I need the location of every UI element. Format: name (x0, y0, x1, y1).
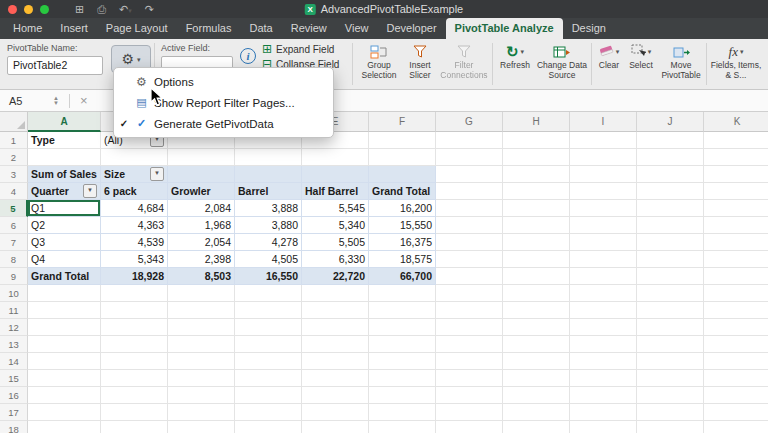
cell-B2[interactable] (101, 149, 168, 166)
cell-D2[interactable] (235, 149, 302, 166)
cell-H15[interactable] (503, 370, 570, 387)
cell-C10[interactable] (168, 285, 235, 302)
field-settings-info-icon[interactable]: i (240, 48, 256, 64)
cell-K13[interactable] (704, 336, 768, 353)
cell-I10[interactable] (570, 285, 637, 302)
cell-J2[interactable] (637, 149, 704, 166)
cell-K18[interactable] (704, 421, 768, 433)
cell-J11[interactable] (637, 302, 704, 319)
cell-H9[interactable] (503, 268, 570, 285)
cell-E17[interactable] (302, 404, 369, 421)
cell-E9[interactable]: 22,720 (302, 268, 369, 285)
cell-I11[interactable] (570, 302, 637, 319)
cell-H2[interactable] (503, 149, 570, 166)
cell-E12[interactable] (302, 319, 369, 336)
cell-K15[interactable] (704, 370, 768, 387)
cell-H12[interactable] (503, 319, 570, 336)
cell-K17[interactable] (704, 404, 768, 421)
column-header-J[interactable]: J (637, 112, 704, 132)
cell-C6[interactable]: 1,968 (168, 217, 235, 234)
cell-F9[interactable]: 66,700 (369, 268, 436, 285)
row-header-9[interactable]: 9 (0, 268, 28, 285)
cell-I5[interactable] (570, 200, 637, 217)
cell-C17[interactable] (168, 404, 235, 421)
cell-K6[interactable] (704, 217, 768, 234)
name-box[interactable]: A5 (0, 95, 49, 107)
cell-K10[interactable] (704, 285, 768, 302)
cell-G6[interactable] (436, 217, 503, 234)
row-header-5[interactable]: 5 (0, 200, 28, 217)
cell-B12[interactable] (101, 319, 168, 336)
row-header-8[interactable]: 8 (0, 251, 28, 268)
cell-G12[interactable] (436, 319, 503, 336)
cell-E5[interactable]: 5,545 (302, 200, 369, 217)
row-header-18[interactable]: 18 (0, 421, 28, 433)
cell-K5[interactable] (704, 200, 768, 217)
cell-C3[interactable] (168, 166, 235, 183)
cell-K12[interactable] (704, 319, 768, 336)
cell-E14[interactable] (302, 353, 369, 370)
cell-D8[interactable]: 4,505 (235, 251, 302, 268)
row-header-15[interactable]: 15 (0, 370, 28, 387)
cell-D18[interactable] (235, 421, 302, 433)
cell-K11[interactable] (704, 302, 768, 319)
cell-J18[interactable] (637, 421, 704, 433)
cell-A14[interactable] (28, 353, 101, 370)
cell-C13[interactable] (168, 336, 235, 353)
cell-B4[interactable]: 6 pack (101, 183, 168, 200)
tab-design[interactable]: Design (563, 18, 615, 39)
cell-H17[interactable] (503, 404, 570, 421)
close-window-button[interactable] (8, 5, 17, 14)
cell-D7[interactable]: 4,278 (235, 234, 302, 251)
cell-A1[interactable]: Type (28, 132, 101, 149)
cell-E16[interactable] (302, 387, 369, 404)
cell-F12[interactable] (369, 319, 436, 336)
cell-B14[interactable] (101, 353, 168, 370)
cell-D15[interactable] (235, 370, 302, 387)
cell-A6[interactable]: Q2 (28, 217, 101, 234)
column-header-A[interactable]: A (28, 112, 101, 132)
cell-F13[interactable] (369, 336, 436, 353)
cell-I9[interactable] (570, 268, 637, 285)
cell-G5[interactable] (436, 200, 503, 217)
menu-item-options[interactable]: ⚙ Options (114, 71, 333, 92)
cell-F2[interactable] (369, 149, 436, 166)
undo-icon[interactable]: ↶▾ (119, 0, 132, 18)
cell-J10[interactable] (637, 285, 704, 302)
cell-G9[interactable] (436, 268, 503, 285)
cell-J13[interactable] (637, 336, 704, 353)
tab-insert[interactable]: Insert (51, 18, 97, 39)
cell-D13[interactable] (235, 336, 302, 353)
cell-K3[interactable] (704, 166, 768, 183)
cell-A11[interactable] (28, 302, 101, 319)
select-button[interactable]: ▾ Select (624, 40, 658, 88)
cell-G4[interactable] (436, 183, 503, 200)
cell-C4[interactable]: Growler (168, 183, 235, 200)
cell-D10[interactable] (235, 285, 302, 302)
cell-F1[interactable] (369, 132, 436, 149)
cell-J4[interactable] (637, 183, 704, 200)
cell-F7[interactable]: 16,375 (369, 234, 436, 251)
cell-A9[interactable]: Grand Total (28, 268, 101, 285)
cell-F8[interactable]: 18,575 (369, 251, 436, 268)
tab-review[interactable]: Review (282, 18, 336, 39)
cell-C18[interactable] (168, 421, 235, 433)
cell-E13[interactable] (302, 336, 369, 353)
change-data-source-button[interactable]: Change Data Source (535, 40, 589, 88)
tab-pivottable-analyze[interactable]: PivotTable Analyze (446, 18, 563, 39)
cell-F10[interactable] (369, 285, 436, 302)
cell-B3[interactable]: Size▼ (101, 166, 168, 183)
cell-B11[interactable] (101, 302, 168, 319)
cell-G17[interactable] (436, 404, 503, 421)
cell-G7[interactable] (436, 234, 503, 251)
tab-formulas[interactable]: Formulas (177, 18, 241, 39)
cell-G11[interactable] (436, 302, 503, 319)
cell-C2[interactable] (168, 149, 235, 166)
cell-I16[interactable] (570, 387, 637, 404)
cell-J3[interactable] (637, 166, 704, 183)
cell-I4[interactable] (570, 183, 637, 200)
cell-G8[interactable] (436, 251, 503, 268)
cell-C9[interactable]: 8,503 (168, 268, 235, 285)
cell-E4[interactable]: Half Barrel (302, 183, 369, 200)
cell-D11[interactable] (235, 302, 302, 319)
